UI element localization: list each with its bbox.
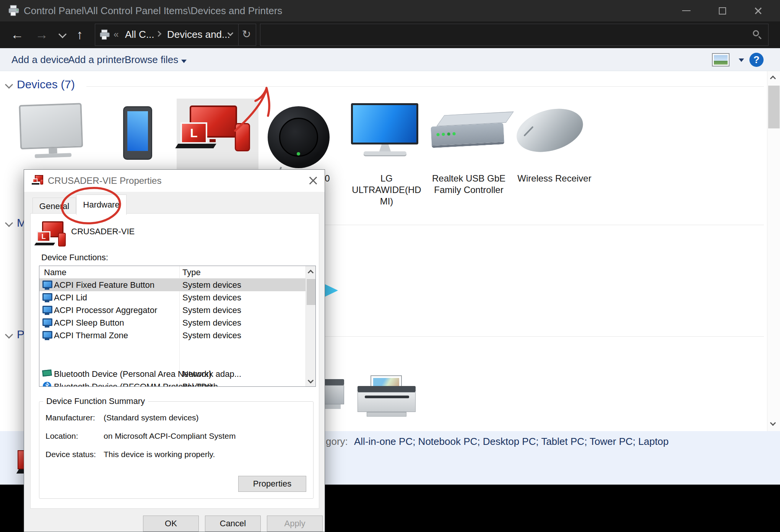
- recent-pages-chevron-icon[interactable]: [58, 30, 67, 38]
- vertical-scrollbar[interactable]: [767, 71, 780, 431]
- dialog-title-bar: CRUSADER-VIE Properties: [24, 170, 325, 192]
- location-label: Location:: [46, 431, 78, 441]
- list-scroll-up-icon[interactable]: [308, 270, 314, 276]
- table-row-sliver: [39, 342, 306, 344]
- category-values: All-in-one PC; Notebook PC; Desktop PC; …: [354, 436, 669, 448]
- search-icon[interactable]: [753, 30, 759, 36]
- up-icon[interactable]: ↑: [76, 27, 83, 42]
- printer-icon: [8, 5, 20, 16]
- table-row-clipped[interactable]: Bluetooth Device (Personal Area Network)…: [39, 368, 306, 380]
- cancel-button[interactable]: Cancel: [205, 516, 261, 532]
- devices-and-printers-window: Control Panel\All Control Panel Items\De…: [0, 0, 780, 532]
- breadcrumb-current[interactable]: Devices and...: [167, 29, 230, 41]
- browse-files-caret-icon: [181, 60, 187, 63]
- table-row-clipped[interactable]: Bluetooth Device (RFCOMM Protocol TDI)Bl…: [39, 380, 306, 387]
- device-icon-speakerphone[interactable]: [268, 106, 330, 168]
- command-toolbar: Add a device Add a printer Browse files …: [0, 48, 780, 71]
- printers-section-header[interactable]: P: [17, 328, 24, 341]
- table-row[interactable]: ACPI Fixed Feature ButtonSystem devices: [39, 279, 306, 291]
- device-icon-phone[interactable]: [123, 106, 152, 160]
- scroll-up-icon[interactable]: [770, 76, 776, 82]
- devices-section-header[interactable]: Devices (7): [17, 78, 75, 91]
- ok-button[interactable]: OK: [143, 516, 199, 532]
- device-icon-monitor[interactable]: [19, 103, 86, 166]
- multimedia-section-chevron-icon[interactable]: [5, 219, 13, 227]
- device-tile-crusader-vie[interactable]: L: [177, 99, 258, 170]
- system-device-icon: [42, 293, 52, 301]
- bluetooth-icon: [43, 382, 51, 387]
- address-bar[interactable]: « All C... Devices and... ↻: [95, 24, 256, 46]
- device-icon-lg-monitor[interactable]: [351, 103, 419, 164]
- breadcrumb-printer-icon: [99, 29, 110, 40]
- forward-icon[interactable]: →: [35, 27, 48, 42]
- dialog-crusader-icon: [32, 175, 44, 187]
- back-icon[interactable]: ←: [11, 27, 24, 42]
- properties-button[interactable]: Properties: [238, 476, 306, 492]
- network-adapter-icon: [42, 370, 52, 376]
- manufacturer-label: Manufacturer:: [46, 413, 95, 422]
- breadcrumb-overflow-icon[interactable]: «: [114, 29, 119, 40]
- browse-files-button[interactable]: Browse files: [125, 54, 187, 66]
- close-button[interactable]: [741, 0, 775, 21]
- crusader-laptop-icon: L: [180, 122, 207, 144]
- scroll-down-icon[interactable]: [770, 420, 776, 426]
- crusader-phone-icon: [235, 123, 250, 151]
- column-header-name[interactable]: Name: [44, 268, 67, 277]
- device-label-wireless-receiver[interactable]: Wireless Receiver: [509, 173, 600, 184]
- dialog-close-icon[interactable]: [306, 174, 321, 187]
- devices-section-chevron-icon[interactable]: [5, 81, 13, 89]
- refresh-icon[interactable]: ↻: [242, 28, 251, 41]
- system-device-icon: [42, 306, 52, 313]
- system-device-icon: [42, 318, 52, 326]
- scrollbar-thumb[interactable]: [768, 86, 780, 128]
- list-scroll-down-icon[interactable]: [308, 378, 314, 384]
- properties-dialog: CRUSADER-VIE Properties General Hardware…: [24, 169, 325, 532]
- table-row[interactable]: ACPI Processor AggregatorSystem devices: [39, 304, 306, 316]
- system-device-icon: [42, 331, 52, 339]
- table-row[interactable]: ACPI Sleep ButtonSystem devices: [39, 316, 306, 329]
- device-label-lg-monitor[interactable]: LG ULTRAWIDE(HDMI): [350, 173, 423, 207]
- tab-hardware[interactable]: Hardware: [76, 195, 127, 215]
- list-header[interactable]: Name Type: [39, 266, 316, 279]
- system-device-icon: [42, 281, 52, 288]
- add-printer-button[interactable]: Add a printer: [68, 54, 125, 66]
- dialog-device-name: CRUSADER-VIE: [71, 227, 135, 237]
- list-scrollbar[interactable]: [306, 266, 316, 387]
- device-icon-mouse[interactable]: [512, 100, 595, 168]
- dialog-title: CRUSADER-VIE Properties: [48, 175, 161, 186]
- breadcrumb-root[interactable]: All C...: [125, 29, 154, 41]
- device-function-summary-group: Device Function Summary Manufacturer: (S…: [39, 401, 314, 499]
- page-crusader-icon: L: [37, 221, 70, 253]
- view-options-button[interactable]: [712, 53, 730, 66]
- device-status-label: Device status:: [46, 450, 96, 459]
- column-header-type[interactable]: Type: [182, 268, 201, 277]
- minimize-button[interactable]: [669, 0, 704, 21]
- tab-general[interactable]: General: [32, 198, 76, 214]
- breadcrumb-separator-icon[interactable]: [156, 31, 162, 37]
- device-label-realtek[interactable]: Realtek USB GbE Family Controller: [423, 173, 515, 196]
- table-row[interactable]: ACPI Thermal ZoneSystem devices: [39, 329, 306, 342]
- device-status-value: This device is working properly.: [104, 450, 215, 459]
- device-icon-realtek-adapter[interactable]: [430, 112, 509, 162]
- apply-button[interactable]: Apply: [267, 516, 323, 532]
- table-row[interactable]: ACPI LidSystem devices: [39, 291, 306, 304]
- window-title: Control Panel\All Control Panel Items\De…: [24, 5, 282, 17]
- category-label-clipped: gory:: [326, 436, 348, 448]
- summary-group-title: Device Function Summary: [43, 396, 148, 406]
- view-options-caret-icon[interactable]: [739, 58, 744, 62]
- search-input[interactable]: [263, 26, 749, 43]
- device-functions-list[interactable]: Name Type ACPI Fixed Feature ButtonSyste…: [39, 266, 316, 387]
- hardware-tab-page: L CRUSADER-VIE Device Functions: Name Ty…: [30, 213, 319, 509]
- help-button[interactable]: ?: [749, 53, 764, 67]
- device-functions-label: Device Functions:: [41, 253, 108, 263]
- printer-device-icon[interactable]: [358, 375, 416, 418]
- title-bar: Control Panel\All Control Panel Items\De…: [0, 0, 780, 21]
- list-scrollbar-thumb[interactable]: [307, 279, 316, 305]
- search-box[interactable]: [260, 24, 769, 46]
- printers-section-chevron-icon[interactable]: [5, 331, 13, 339]
- manufacturer-value: (Standard system devices): [104, 413, 199, 422]
- add-device-button[interactable]: Add a device: [11, 54, 69, 66]
- devices-section-divider: [86, 86, 764, 87]
- maximize-button[interactable]: [705, 0, 739, 21]
- location-value: on Microsoft ACPI-Compliant System: [104, 431, 236, 441]
